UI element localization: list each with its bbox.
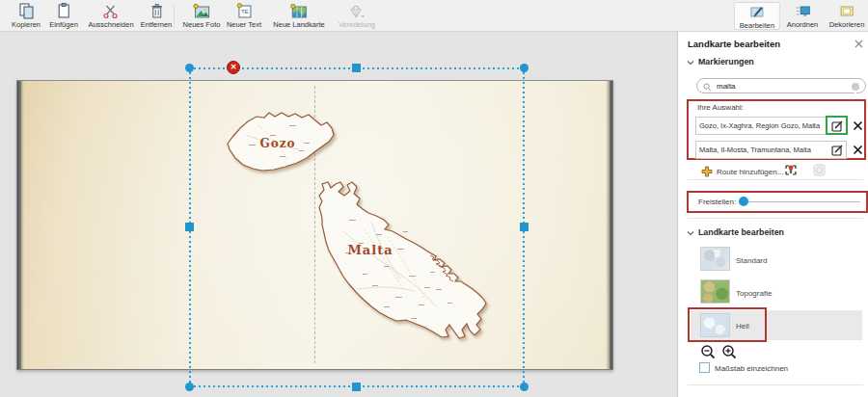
style-label-standard[interactable]: Standard — [736, 256, 767, 265]
copy-label: Kopieren — [12, 20, 41, 29]
scale-checkbox[interactable] — [699, 362, 710, 373]
toolbar-separator — [174, 4, 175, 28]
cut-label: Ausschneiden — [88, 20, 133, 29]
new-photo-icon — [193, 3, 211, 19]
crop-slider-track[interactable] — [739, 201, 860, 202]
cut-icon — [103, 3, 120, 19]
toolbar: Kopieren Einfügen Ausschneiden — [0, 0, 868, 32]
style-thumb-topografie[interactable] — [700, 279, 730, 304]
new-text-button[interactable]: TE Neuer Text — [222, 2, 266, 30]
panel-close-icon[interactable] — [854, 40, 863, 48]
finishing-label: Veredelung — [339, 20, 375, 29]
add-route-icon[interactable] — [701, 166, 713, 177]
scale-checkbox-label: Maßstab einzeichnen — [715, 364, 788, 373]
route-marker-icon[interactable] — [784, 163, 798, 177]
arrange-mode-label: Anordnen — [787, 20, 819, 29]
selection-handle-right[interactable] — [520, 223, 529, 231]
selection-handle-top-right[interactable] — [520, 64, 529, 72]
add-route-label[interactable]: Route hinzufügen... — [717, 168, 783, 176]
selection-handle-top[interactable] — [352, 64, 361, 72]
selection-item-1-text: Gozo, Ix-Xaghra, Region Gozo, Malta — [699, 121, 820, 130]
edit-mode-button[interactable]: Bearbeiten — [734, 2, 780, 30]
annotation-box-edit-icon — [826, 116, 848, 135]
zoom-in-icon[interactable] — [721, 344, 738, 360]
edit-selection-2-icon[interactable] — [831, 144, 844, 156]
search-clear-icon[interactable] — [852, 83, 859, 91]
new-text-label: Neuer Text — [227, 20, 261, 29]
selection-item-2[interactable]: Malta, Il-Mosta, Tramuntana, Malta — [695, 141, 847, 159]
selection-handle-bottom-right[interactable] — [520, 383, 529, 391]
search-field[interactable]: malta — [696, 78, 866, 93]
search-value: malta — [717, 82, 736, 91]
panel-title: Landkarte bearbeiten — [688, 39, 780, 49]
remove-button[interactable]: Entfernen — [136, 2, 177, 30]
route-disabled-icon — [813, 164, 826, 176]
separator — [688, 218, 863, 219]
edit-mode-icon — [749, 4, 766, 20]
new-map-icon — [290, 3, 309, 19]
markers-collapse-icon[interactable] — [687, 60, 694, 66]
your-selection-label: Ihre Auswahl: — [697, 103, 744, 112]
new-photo-button[interactable]: Neues Foto — [178, 2, 226, 30]
arrange-mode-icon — [795, 3, 811, 19]
new-photo-label: Neues Foto — [183, 20, 221, 29]
selection-delete-marker[interactable]: ✕ — [227, 61, 240, 74]
finishing-icon — [347, 3, 366, 19]
selection-handle-left[interactable] — [185, 223, 194, 231]
delete-selection-2-icon[interactable] — [853, 145, 863, 155]
annotation-box-hell — [688, 307, 767, 342]
separator — [688, 384, 863, 385]
map-edit-section-title: Landkarte bearbeiten — [698, 227, 784, 237]
canvas-workspace: Gozo Malta ✕ — [0, 32, 677, 397]
paste-label: Einfügen — [49, 20, 78, 29]
remove-label: Entfernen — [141, 20, 173, 29]
selection-frame[interactable]: ✕ — [189, 67, 525, 387]
markers-section-title: Markierungen — [698, 57, 754, 66]
copy-icon — [18, 3, 35, 19]
separator — [688, 179, 863, 180]
new-map-button[interactable]: Neue Landkarte — [268, 2, 329, 30]
paste-button[interactable]: Einfügen — [44, 2, 83, 30]
svg-text:TE: TE — [240, 9, 248, 14]
zoom-out-icon[interactable] — [700, 344, 717, 360]
edit-map-panel: Landkarte bearbeiten Markierungen malta … — [677, 32, 868, 397]
trash-icon — [149, 3, 165, 19]
crop-slider-label: Freistellen: — [698, 198, 736, 206]
decorate-mode-button[interactable]: Dekorieren — [825, 2, 868, 30]
cut-button[interactable]: Ausschneiden — [83, 2, 138, 30]
style-label-topografie[interactable]: Topografie — [736, 289, 772, 298]
selection-item-1[interactable]: Gozo, Ix-Xaghra, Region Gozo, Malta — [695, 117, 847, 135]
selection-handle-top-left[interactable] — [185, 64, 194, 72]
style-thumb-standard[interactable] — [700, 247, 730, 271]
selection-item-2-text: Malta, Il-Mosta, Tramuntana, Malta — [699, 146, 811, 154]
map-edit-collapse-icon[interactable] — [687, 230, 694, 236]
search-icon — [703, 83, 712, 92]
selection-handle-bottom[interactable] — [352, 383, 361, 391]
delete-selection-1-icon[interactable] — [853, 120, 863, 131]
decorate-mode-icon — [839, 3, 855, 19]
finishing-button[interactable]: Veredelung — [334, 2, 380, 30]
selection-handle-bottom-left[interactable] — [185, 383, 194, 391]
new-map-label: Neue Landkarte — [273, 20, 324, 29]
new-text-icon: TE — [234, 3, 253, 19]
paste-icon — [55, 3, 71, 19]
arrange-mode-button[interactable]: Anordnen — [782, 2, 824, 30]
edit-mode-label: Bearbeiten — [740, 21, 774, 30]
decorate-mode-label: Dekorieren — [829, 20, 865, 29]
application-window: Kopieren Einfügen Ausschneiden — [0, 0, 868, 397]
copy-button[interactable]: Kopieren — [7, 2, 45, 30]
crop-slider-thumb[interactable] — [739, 197, 748, 206]
